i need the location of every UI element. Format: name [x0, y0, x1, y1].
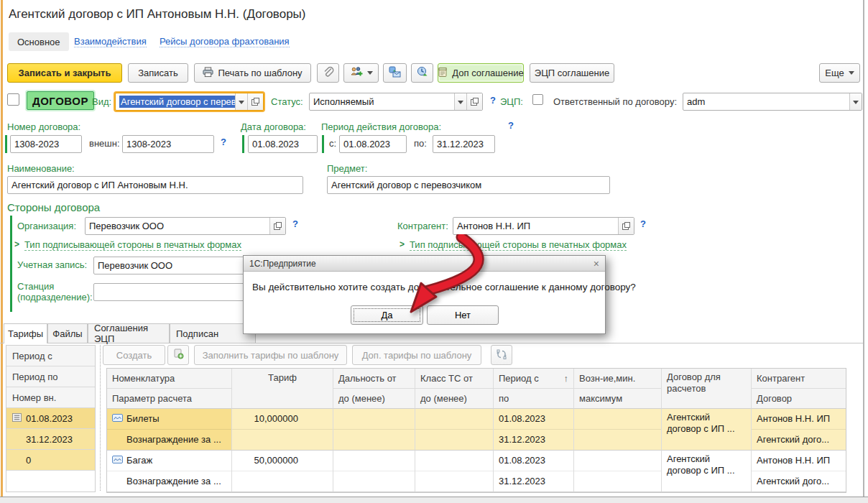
period-to-header[interactable]: Период по	[6, 366, 95, 387]
table-cell-period[interactable]: 01.08.2023 31.12.2023	[494, 409, 574, 451]
subject-label: Предмет:	[327, 163, 367, 174]
external-number-field[interactable]: 1308-2023	[122, 135, 214, 153]
table-cell-fee[interactable]	[574, 451, 662, 492]
column-header-calc-contract[interactable]: Договор для расчетов	[662, 369, 752, 409]
open-button[interactable]	[466, 93, 482, 110]
nomenclature-icon	[112, 455, 123, 466]
period-from-field[interactable]: 01.08.2023	[339, 135, 407, 153]
contract-badge: ДОГОВОР	[27, 91, 94, 110]
sign-type-link-org[interactable]: Тип подписывающей стороны в печатных фор…	[24, 239, 241, 251]
attach-button[interactable]	[317, 63, 339, 83]
subject-value: Агентский договор с перевозчиком	[328, 177, 609, 193]
history-button[interactable]	[411, 63, 433, 83]
list-item[interactable]: 01.08.2023	[6, 408, 95, 429]
table-cell-tariff[interactable]: 10,000000	[232, 409, 333, 451]
kind-field[interactable]: Агентский договор с перевозчи	[115, 93, 264, 111]
tab-interactions[interactable]: Взаимодействия	[74, 36, 147, 47]
table-cell-distance[interactable]	[333, 409, 415, 451]
more-button[interactable]: Еще	[819, 63, 860, 83]
internal-number-header[interactable]: Номер вн.	[6, 387, 95, 408]
tab-charter-trips[interactable]: Рейсы договора фрахтования	[160, 36, 290, 47]
help-icon[interactable]: ?	[221, 137, 226, 147]
column-header-contragent[interactable]: Контрагент Договор	[752, 369, 846, 409]
list-item-empty[interactable]	[6, 471, 95, 492]
help-icon[interactable]: ?	[292, 218, 298, 229]
column-header-tariff[interactable]: Тариф	[232, 369, 333, 409]
ecp-checkbox[interactable]	[532, 94, 543, 105]
create-button[interactable]: Создать	[103, 345, 165, 365]
tab-main[interactable]: Основное	[9, 32, 69, 51]
refresh-button[interactable]	[491, 345, 512, 365]
date-field[interactable]: 01.08.2023	[248, 135, 318, 153]
period-from-label: с:	[329, 138, 336, 149]
list-item[interactable]: 0	[6, 450, 95, 471]
status-field[interactable]: Исполняемый	[309, 93, 483, 111]
table-cell-calc-contract[interactable]: Агентский договор с ИП ...	[662, 451, 752, 492]
required-marker	[10, 216, 12, 312]
add-contact-button[interactable]	[343, 63, 379, 83]
subject-field[interactable]: Агентский договор с перевозчиком	[327, 176, 610, 194]
period-to-value: 31.12.2023	[433, 136, 494, 152]
table-cell-tariff[interactable]: 50,000000	[232, 451, 333, 492]
dropdown-button[interactable]	[849, 93, 862, 110]
tab-files[interactable]: Файлы	[47, 323, 88, 343]
print-button[interactable]: Печать по шаблону	[194, 63, 311, 83]
tab-ecp-agreements[interactable]: Соглашения ЭЦП	[88, 323, 170, 343]
table-cell-distance[interactable]	[333, 451, 415, 492]
name-field[interactable]: Агентский договор с ИП Антоновым Н.Н.	[7, 176, 303, 194]
help-icon[interactable]: ?	[640, 218, 646, 229]
period-to-field[interactable]: 31.12.2023	[433, 135, 495, 153]
column-header-vehicle-class[interactable]: Класс ТС от до (менее)	[415, 369, 494, 409]
mark-checkbox[interactable]	[7, 93, 19, 106]
copy-button[interactable]	[167, 345, 189, 365]
save-button[interactable]: Записать	[128, 63, 188, 83]
table-cell-fee[interactable]	[574, 409, 662, 451]
period-to-label: по:	[414, 138, 427, 149]
dop-agreement-button[interactable]: Доп соглашение	[438, 63, 524, 83]
fill-tariffs-button[interactable]: Заполнить тарифы по шаблону	[194, 345, 347, 365]
column-header-fee[interactable]: Возн-ие,мин. максимум	[574, 369, 662, 409]
dropdown-button[interactable]	[454, 93, 466, 110]
open-button[interactable]	[247, 93, 263, 110]
yes-button[interactable]: Да	[351, 305, 423, 325]
table-cell-nomenclature[interactable]: Багаж Вознаграждение за ...	[107, 451, 232, 492]
organization-value: Перевозчик ООО	[86, 218, 269, 234]
ecp-agreement-button[interactable]: ЭЦП соглашение	[530, 63, 614, 83]
name-value: Агентский договор с ИП Антоновым Н.Н.	[8, 177, 303, 193]
number-field[interactable]: 1308-2023	[10, 135, 82, 153]
dop-tariffs-button[interactable]: Доп. тарифы по шаблону	[352, 345, 481, 365]
column-header-distance[interactable]: Дальность от до (менее)	[333, 369, 415, 409]
help-icon[interactable]: ?	[508, 120, 514, 131]
close-icon[interactable]: ×	[594, 259, 599, 269]
save-close-button[interactable]: Записать и закрыть	[7, 63, 122, 83]
sign-type-link-contragent[interactable]: Тип подписывающей стороны в печатных фор…	[410, 239, 627, 251]
column-header-nomenclature[interactable]: Номенклатура Параметр расчета	[107, 369, 232, 409]
send-email-button[interactable]	[383, 63, 407, 83]
table-cell-contragent[interactable]: Антонов Н.Н. ИП Агентский дого...	[752, 409, 846, 451]
tab-tariffs[interactable]: Тарифы	[4, 323, 47, 343]
contragent-field[interactable]: Антонов Н.Н. ИП	[453, 217, 634, 235]
table-cell-contragent[interactable]: Антонов Н.Н. ИП Агентский дого...	[752, 451, 846, 492]
responsible-field[interactable]: adm	[683, 93, 862, 111]
table-cell-period[interactable]: 01.08.2023 31.12.2023	[494, 451, 574, 492]
open-button[interactable]	[269, 218, 285, 234]
contract-form-window: Агентский договор с ИП Антоновым Н.Н. (Д…	[0, 0, 868, 503]
table-cell-nomenclature[interactable]: Билеты Вознаграждение за ...	[107, 409, 232, 451]
table-cell-vehicle-class[interactable]	[415, 409, 494, 451]
table-cell-vehicle-class[interactable]	[415, 451, 494, 492]
column-header-period[interactable]: Период с↑ по	[494, 369, 574, 409]
help-icon[interactable]: ?	[490, 95, 496, 106]
dialog-title: 1С:Предприятие	[249, 259, 316, 269]
period-from-header[interactable]: Период с	[6, 346, 95, 366]
list-item[interactable]: 31.12.2023	[6, 429, 95, 450]
organization-field[interactable]: Перевозчик ООО	[85, 217, 286, 235]
dialog-titlebar: 1С:Предприятие ×	[244, 256, 605, 272]
pane-splitter[interactable]	[100, 345, 101, 491]
open-button[interactable]	[618, 218, 634, 234]
organization-label: Организация:	[17, 221, 76, 231]
required-marker	[322, 135, 324, 153]
dropdown-button[interactable]	[235, 93, 247, 110]
table-cell-calc-contract[interactable]: Агентский договор с ИП ...	[662, 409, 752, 451]
kind-label: Вид:	[92, 96, 111, 107]
no-button[interactable]: Нет	[427, 305, 499, 325]
